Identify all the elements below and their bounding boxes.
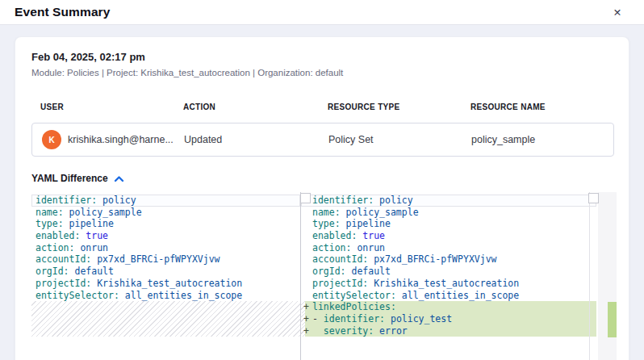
- code-line: orgId: default: [31, 266, 300, 278]
- added-line-gutter-plus: +: [303, 313, 309, 325]
- added-line-gutter-plus: +: [303, 301, 309, 313]
- chevron-up-icon: [114, 175, 124, 182]
- diff-right-edge-line: [589, 192, 590, 360]
- close-button[interactable]: ✕: [610, 5, 625, 19]
- table-header-resource-name: RESOURCE NAME: [470, 103, 546, 111]
- code-line: accountId: px7xd_BFRCi-pfWPYXVjvw: [31, 253, 300, 266]
- table-header-action: ACTION: [183, 103, 215, 111]
- user-email: krishika.singh@harne...: [68, 134, 174, 145]
- code-line: +- identifier: policy_test: [301, 313, 596, 325]
- code-line: orgId: default: [301, 266, 596, 278]
- overview-ruler[interactable]: [598, 192, 617, 360]
- scrollbar-thumb-left[interactable]: [300, 193, 311, 203]
- code-line: projectId: Krishika_test_autocreation: [301, 278, 596, 290]
- yaml-difference-label: YAML Difference: [31, 173, 108, 184]
- event-summary-header: Event Summary ✕: [0, 0, 644, 25]
- code-line: entitySelector: all_entities_in_scope: [301, 290, 596, 302]
- table-row: K krishika.singh@harne... Updated Policy…: [31, 123, 614, 157]
- code-line: entitySelector: all_entities_in_scope: [31, 290, 300, 302]
- event-timestamp: Feb 04, 2025, 02:17 pm: [31, 51, 145, 63]
- code-line: action: onrun: [301, 242, 596, 254]
- diff-original-pane[interactable]: identifier: policyname: policy_sampletyp…: [31, 192, 300, 360]
- code-line: +linkedPolicies:: [301, 301, 596, 313]
- added-line-gutter-plus: +: [303, 325, 309, 337]
- added-lines-marker: [608, 302, 617, 337]
- yaml-difference-toggle[interactable]: YAML Difference: [31, 172, 124, 185]
- code-line: accountId: px7xd_BFRCi-pfWPYXVjvw: [301, 253, 596, 266]
- diff-spacer-hatch: [31, 301, 300, 337]
- code-line: enabled: true: [31, 230, 300, 242]
- diff-modified-pane[interactable]: identifier: policyname: policy_sampletyp…: [301, 192, 596, 360]
- code-line: enabled: true: [301, 230, 596, 242]
- page-title: Event Summary: [15, 5, 110, 19]
- table-header-resource-type: RESOURCE TYPE: [328, 103, 399, 111]
- code-line: identifier: policy: [301, 195, 596, 207]
- resource-name-value: policy_sample: [471, 134, 535, 145]
- code-line: type: pipeline: [301, 218, 596, 230]
- code-line: projectId: Krishika_test_autocreation: [31, 278, 300, 290]
- code-line: name: policy_sample: [301, 207, 596, 219]
- code-line: name: policy_sample: [31, 207, 300, 219]
- table-header-user: USER: [40, 103, 64, 111]
- diff-editor: identifier: policyname: policy_sampletyp…: [31, 192, 617, 360]
- resource-type-value: Policy Set: [328, 134, 374, 145]
- table-header-row: USER ACTION RESOURCE TYPE RESOURCE NAME: [31, 103, 614, 114]
- avatar: K: [42, 130, 61, 149]
- scrollbar-thumb-right[interactable]: [588, 193, 599, 203]
- code-line: + severity: error: [301, 325, 596, 337]
- code-line: action: onrun: [31, 242, 300, 254]
- event-meta: Module: Policies | Project: Krishika_tes…: [31, 68, 343, 77]
- close-icon: ✕: [613, 6, 621, 19]
- code-line: type: pipeline: [31, 218, 300, 230]
- action-value: Updated: [184, 134, 222, 145]
- event-card: Feb 04, 2025, 02:17 pm Module: Policies …: [15, 36, 629, 360]
- code-line: identifier: policy: [31, 195, 300, 207]
